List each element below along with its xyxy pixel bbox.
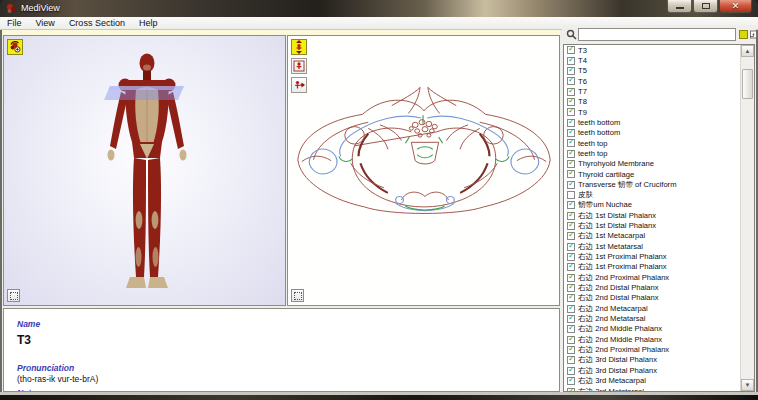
expand-3d-panel-button[interactable] <box>7 289 20 302</box>
list-toggle-icon[interactable] <box>749 30 757 39</box>
item-checkbox[interactable] <box>567 232 575 240</box>
title-bar[interactable]: MediView ✕ <box>0 0 758 17</box>
list-item-label: teeth top <box>578 149 608 158</box>
coronal-plane-button[interactable] <box>291 58 307 74</box>
minimize-button[interactable] <box>667 0 692 13</box>
axial-plane-button[interactable] <box>291 39 307 55</box>
item-checkbox[interactable] <box>567 315 575 323</box>
scroll-up-icon[interactable]: ▲ <box>741 45 754 57</box>
rotate-figure-button[interactable] <box>7 39 23 55</box>
list-item[interactable]: 右边 1st Distal Phalanx <box>564 211 741 221</box>
list-item[interactable]: teeth bottom <box>564 117 741 127</box>
close-button[interactable]: ✕ <box>719 0 752 13</box>
list-item[interactable]: T7 <box>564 86 741 96</box>
list-scrollbar[interactable]: ▲ ▼ <box>740 45 754 391</box>
maximize-button[interactable] <box>693 0 718 13</box>
model-3d-viewport[interactable] <box>3 35 286 306</box>
list-item[interactable]: teeth top <box>564 138 741 148</box>
item-checkbox[interactable] <box>567 77 575 85</box>
list-item[interactable]: 右边 1st Metacarpal <box>564 231 741 241</box>
list-item-label: Thyroid cartilage <box>578 170 634 179</box>
item-checkbox[interactable] <box>567 139 575 147</box>
list-item[interactable]: 右边 2nd Proximal Phalanx <box>564 345 741 355</box>
list-item[interactable]: 右边 3rd Distal Phalanx <box>564 366 741 376</box>
list-item[interactable]: 右边 2nd Middle Phalanx <box>564 324 741 334</box>
list-item[interactable]: 皮肤 <box>564 190 741 200</box>
list-item-label: teeth bottom <box>578 128 620 137</box>
scroll-down-icon[interactable]: ▼ <box>741 379 754 391</box>
structures-panel: T3T4T5T6T7T8T9teeth bottomteeth bottomte… <box>562 25 756 393</box>
menu-item-help[interactable]: Help <box>132 17 165 29</box>
list-item[interactable]: teeth top <box>564 148 741 158</box>
item-checkbox[interactable] <box>567 336 575 344</box>
item-checkbox[interactable] <box>567 108 575 116</box>
list-item-label: 右边 2nd Middle Phalanx <box>578 324 662 334</box>
list-item[interactable]: 右边 1st Metatarsal <box>564 242 741 252</box>
list-item[interactable]: Thyrohyoid Membrane <box>564 159 741 169</box>
item-checkbox[interactable] <box>567 119 575 127</box>
list-item[interactable]: 右边 2nd Distal Phalanx <box>564 283 741 293</box>
item-checkbox[interactable] <box>567 150 575 158</box>
list-item[interactable]: 右边 2nd Metacarpal <box>564 304 741 314</box>
list-item[interactable]: 右边 3rd Metacarpal <box>564 376 741 386</box>
list-item[interactable]: T3 <box>564 45 741 55</box>
item-checkbox[interactable] <box>567 367 575 375</box>
list-item[interactable]: Thyroid cartilage <box>564 169 741 179</box>
item-checkbox[interactable] <box>567 377 575 385</box>
item-checkbox[interactable] <box>567 294 575 302</box>
list-item[interactable]: 右边 1st Proximal Phalanx <box>564 262 741 272</box>
list-item[interactable]: 右边 2nd Middle Phalanx <box>564 335 741 345</box>
item-checkbox[interactable] <box>567 160 575 168</box>
item-checkbox[interactable] <box>567 284 575 292</box>
item-checkbox[interactable] <box>567 305 575 313</box>
list-item[interactable]: T4 <box>564 55 741 65</box>
highlight-button[interactable] <box>739 30 748 39</box>
item-checkbox[interactable] <box>567 346 575 354</box>
menu-item-view[interactable]: View <box>29 17 62 29</box>
list-item[interactable]: T9 <box>564 107 741 117</box>
list-item[interactable]: 右边 3rd Distal Phalanx <box>564 355 741 365</box>
list-item[interactable]: T8 <box>564 97 741 107</box>
human-figure-model <box>102 52 192 296</box>
list-item[interactable]: 韧带um Nuchae <box>564 200 741 210</box>
item-checkbox[interactable] <box>567 325 575 333</box>
list-item-label: T4 <box>578 56 587 65</box>
item-checkbox[interactable] <box>567 356 575 364</box>
item-checkbox[interactable] <box>567 212 575 220</box>
item-checkbox[interactable] <box>567 170 575 178</box>
item-checkbox[interactable] <box>567 191 575 199</box>
search-input[interactable] <box>578 28 736 41</box>
item-checkbox[interactable] <box>567 253 575 261</box>
item-checkbox[interactable] <box>567 67 575 75</box>
item-checkbox[interactable] <box>567 181 575 189</box>
list-item[interactable]: 右边 2nd Proximal Phalanx <box>564 273 741 283</box>
item-checkbox[interactable] <box>567 263 575 271</box>
list-item[interactable]: T5 <box>564 66 741 76</box>
list-item[interactable]: T6 <box>564 76 741 86</box>
expand-icon <box>294 292 302 300</box>
expand-cross-section-panel-button[interactable] <box>291 289 304 302</box>
list-item[interactable]: 右边 1st Proximal Phalanx <box>564 252 741 262</box>
item-checkbox[interactable] <box>567 222 575 230</box>
menu-item-cross-section[interactable]: Cross Section <box>62 17 132 29</box>
item-checkbox[interactable] <box>567 46 575 54</box>
item-checkbox[interactable] <box>567 88 575 96</box>
cross-section-drawing <box>292 76 556 220</box>
list-item-label: T6 <box>578 77 587 86</box>
item-checkbox[interactable] <box>567 243 575 251</box>
item-checkbox[interactable] <box>567 98 575 106</box>
item-checkbox[interactable] <box>567 201 575 209</box>
list-item-label: 右边 1st Distal Phalanx <box>578 221 656 231</box>
pronunciation-label: Pronunciation <box>17 363 74 373</box>
list-item[interactable]: 右边 2nd Metatarsal <box>564 314 741 324</box>
item-checkbox[interactable] <box>567 57 575 65</box>
scrollbar-thumb[interactable] <box>742 69 753 99</box>
list-item[interactable]: 右边 2nd Distal Phalanx <box>564 293 741 303</box>
item-checkbox[interactable] <box>567 274 575 282</box>
list-item[interactable]: Transverse 韧带 of Cruciform <box>564 179 741 189</box>
item-checkbox[interactable] <box>567 129 575 137</box>
list-item[interactable]: 右边 1st Distal Phalanx <box>564 221 741 231</box>
menu-item-file[interactable]: File <box>0 17 29 29</box>
cross-section-viewport[interactable] <box>287 35 560 306</box>
list-item[interactable]: teeth bottom <box>564 128 741 138</box>
